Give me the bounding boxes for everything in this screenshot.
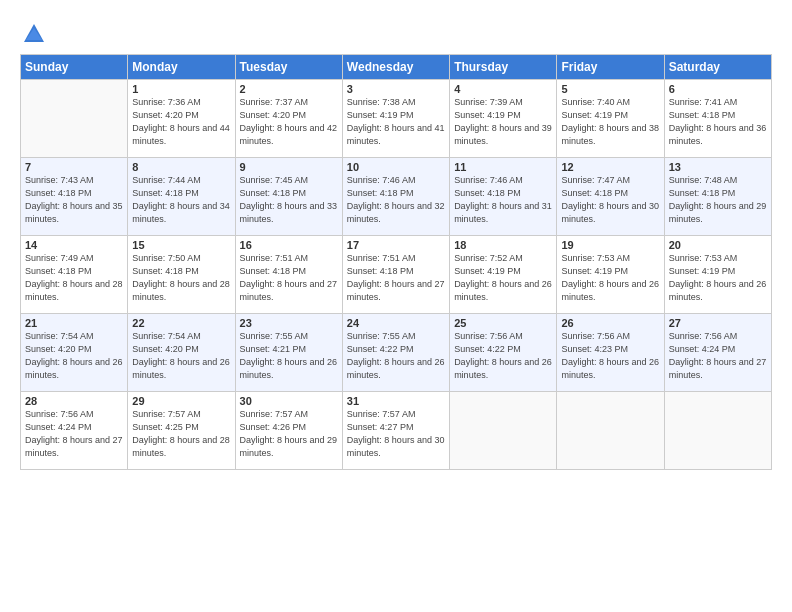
- day-cell: 23Sunrise: 7:55 AMSunset: 4:21 PMDayligh…: [235, 314, 342, 392]
- day-number: 11: [454, 161, 552, 173]
- day-info: Sunrise: 7:57 AMSunset: 4:26 PMDaylight:…: [240, 408, 338, 460]
- day-cell: 21Sunrise: 7:54 AMSunset: 4:20 PMDayligh…: [21, 314, 128, 392]
- day-info: Sunrise: 7:39 AMSunset: 4:19 PMDaylight:…: [454, 96, 552, 148]
- day-cell: 28Sunrise: 7:56 AMSunset: 4:24 PMDayligh…: [21, 392, 128, 470]
- day-info: Sunrise: 7:53 AMSunset: 4:19 PMDaylight:…: [669, 252, 767, 304]
- day-cell: 27Sunrise: 7:56 AMSunset: 4:24 PMDayligh…: [664, 314, 771, 392]
- day-cell: 31Sunrise: 7:57 AMSunset: 4:27 PMDayligh…: [342, 392, 449, 470]
- logo: [20, 20, 52, 48]
- day-number: 13: [669, 161, 767, 173]
- day-info: Sunrise: 7:40 AMSunset: 4:19 PMDaylight:…: [561, 96, 659, 148]
- day-cell: 13Sunrise: 7:48 AMSunset: 4:18 PMDayligh…: [664, 158, 771, 236]
- day-cell: [557, 392, 664, 470]
- day-info: Sunrise: 7:56 AMSunset: 4:24 PMDaylight:…: [25, 408, 123, 460]
- day-number: 27: [669, 317, 767, 329]
- day-cell: 2Sunrise: 7:37 AMSunset: 4:20 PMDaylight…: [235, 80, 342, 158]
- day-cell: 6Sunrise: 7:41 AMSunset: 4:18 PMDaylight…: [664, 80, 771, 158]
- day-header-saturday: Saturday: [664, 55, 771, 80]
- day-cell: 20Sunrise: 7:53 AMSunset: 4:19 PMDayligh…: [664, 236, 771, 314]
- day-cell: 30Sunrise: 7:57 AMSunset: 4:26 PMDayligh…: [235, 392, 342, 470]
- week-row-3: 14Sunrise: 7:49 AMSunset: 4:18 PMDayligh…: [21, 236, 772, 314]
- day-number: 4: [454, 83, 552, 95]
- day-number: 20: [669, 239, 767, 251]
- day-header-monday: Monday: [128, 55, 235, 80]
- day-info: Sunrise: 7:50 AMSunset: 4:18 PMDaylight:…: [132, 252, 230, 304]
- day-info: Sunrise: 7:53 AMSunset: 4:19 PMDaylight:…: [561, 252, 659, 304]
- day-info: Sunrise: 7:43 AMSunset: 4:18 PMDaylight:…: [25, 174, 123, 226]
- day-header-wednesday: Wednesday: [342, 55, 449, 80]
- day-cell: 9Sunrise: 7:45 AMSunset: 4:18 PMDaylight…: [235, 158, 342, 236]
- day-info: Sunrise: 7:56 AMSunset: 4:24 PMDaylight:…: [669, 330, 767, 382]
- day-cell: 3Sunrise: 7:38 AMSunset: 4:19 PMDaylight…: [342, 80, 449, 158]
- day-number: 8: [132, 161, 230, 173]
- day-cell: 24Sunrise: 7:55 AMSunset: 4:22 PMDayligh…: [342, 314, 449, 392]
- day-number: 25: [454, 317, 552, 329]
- day-number: 16: [240, 239, 338, 251]
- day-info: Sunrise: 7:45 AMSunset: 4:18 PMDaylight:…: [240, 174, 338, 226]
- day-cell: 19Sunrise: 7:53 AMSunset: 4:19 PMDayligh…: [557, 236, 664, 314]
- day-number: 5: [561, 83, 659, 95]
- week-row-2: 7Sunrise: 7:43 AMSunset: 4:18 PMDaylight…: [21, 158, 772, 236]
- day-info: Sunrise: 7:46 AMSunset: 4:18 PMDaylight:…: [347, 174, 445, 226]
- day-cell: 11Sunrise: 7:46 AMSunset: 4:18 PMDayligh…: [450, 158, 557, 236]
- day-number: 19: [561, 239, 659, 251]
- day-number: 17: [347, 239, 445, 251]
- day-info: Sunrise: 7:52 AMSunset: 4:19 PMDaylight:…: [454, 252, 552, 304]
- day-info: Sunrise: 7:37 AMSunset: 4:20 PMDaylight:…: [240, 96, 338, 148]
- day-info: Sunrise: 7:38 AMSunset: 4:19 PMDaylight:…: [347, 96, 445, 148]
- day-cell: 10Sunrise: 7:46 AMSunset: 4:18 PMDayligh…: [342, 158, 449, 236]
- day-info: Sunrise: 7:36 AMSunset: 4:20 PMDaylight:…: [132, 96, 230, 148]
- day-number: 29: [132, 395, 230, 407]
- day-info: Sunrise: 7:41 AMSunset: 4:18 PMDaylight:…: [669, 96, 767, 148]
- week-row-5: 28Sunrise: 7:56 AMSunset: 4:24 PMDayligh…: [21, 392, 772, 470]
- day-info: Sunrise: 7:48 AMSunset: 4:18 PMDaylight:…: [669, 174, 767, 226]
- day-info: Sunrise: 7:55 AMSunset: 4:22 PMDaylight:…: [347, 330, 445, 382]
- day-info: Sunrise: 7:56 AMSunset: 4:22 PMDaylight:…: [454, 330, 552, 382]
- day-cell: 5Sunrise: 7:40 AMSunset: 4:19 PMDaylight…: [557, 80, 664, 158]
- day-header-thursday: Thursday: [450, 55, 557, 80]
- day-number: 3: [347, 83, 445, 95]
- day-cell: 12Sunrise: 7:47 AMSunset: 4:18 PMDayligh…: [557, 158, 664, 236]
- week-row-4: 21Sunrise: 7:54 AMSunset: 4:20 PMDayligh…: [21, 314, 772, 392]
- day-number: 28: [25, 395, 123, 407]
- day-cell: 22Sunrise: 7:54 AMSunset: 4:20 PMDayligh…: [128, 314, 235, 392]
- day-info: Sunrise: 7:57 AMSunset: 4:27 PMDaylight:…: [347, 408, 445, 460]
- day-number: 30: [240, 395, 338, 407]
- day-number: 18: [454, 239, 552, 251]
- day-number: 23: [240, 317, 338, 329]
- day-info: Sunrise: 7:47 AMSunset: 4:18 PMDaylight:…: [561, 174, 659, 226]
- day-cell: 29Sunrise: 7:57 AMSunset: 4:25 PMDayligh…: [128, 392, 235, 470]
- day-cell: 8Sunrise: 7:44 AMSunset: 4:18 PMDaylight…: [128, 158, 235, 236]
- day-info: Sunrise: 7:49 AMSunset: 4:18 PMDaylight:…: [25, 252, 123, 304]
- day-info: Sunrise: 7:46 AMSunset: 4:18 PMDaylight:…: [454, 174, 552, 226]
- day-info: Sunrise: 7:55 AMSunset: 4:21 PMDaylight:…: [240, 330, 338, 382]
- day-cell: [450, 392, 557, 470]
- day-header-sunday: Sunday: [21, 55, 128, 80]
- day-info: Sunrise: 7:54 AMSunset: 4:20 PMDaylight:…: [132, 330, 230, 382]
- day-cell: [21, 80, 128, 158]
- day-cell: 17Sunrise: 7:51 AMSunset: 4:18 PMDayligh…: [342, 236, 449, 314]
- day-cell: 14Sunrise: 7:49 AMSunset: 4:18 PMDayligh…: [21, 236, 128, 314]
- day-header-friday: Friday: [557, 55, 664, 80]
- day-number: 2: [240, 83, 338, 95]
- day-info: Sunrise: 7:44 AMSunset: 4:18 PMDaylight:…: [132, 174, 230, 226]
- page: SundayMondayTuesdayWednesdayThursdayFrid…: [0, 0, 792, 612]
- day-number: 10: [347, 161, 445, 173]
- day-number: 15: [132, 239, 230, 251]
- day-number: 12: [561, 161, 659, 173]
- day-info: Sunrise: 7:56 AMSunset: 4:23 PMDaylight:…: [561, 330, 659, 382]
- day-cell: 18Sunrise: 7:52 AMSunset: 4:19 PMDayligh…: [450, 236, 557, 314]
- header: [20, 16, 772, 48]
- day-number: 21: [25, 317, 123, 329]
- header-row: SundayMondayTuesdayWednesdayThursdayFrid…: [21, 55, 772, 80]
- day-header-tuesday: Tuesday: [235, 55, 342, 80]
- day-cell: 16Sunrise: 7:51 AMSunset: 4:18 PMDayligh…: [235, 236, 342, 314]
- day-number: 26: [561, 317, 659, 329]
- day-cell: 4Sunrise: 7:39 AMSunset: 4:19 PMDaylight…: [450, 80, 557, 158]
- day-cell: 1Sunrise: 7:36 AMSunset: 4:20 PMDaylight…: [128, 80, 235, 158]
- day-number: 22: [132, 317, 230, 329]
- day-number: 24: [347, 317, 445, 329]
- day-number: 9: [240, 161, 338, 173]
- logo-icon: [20, 20, 48, 48]
- day-number: 6: [669, 83, 767, 95]
